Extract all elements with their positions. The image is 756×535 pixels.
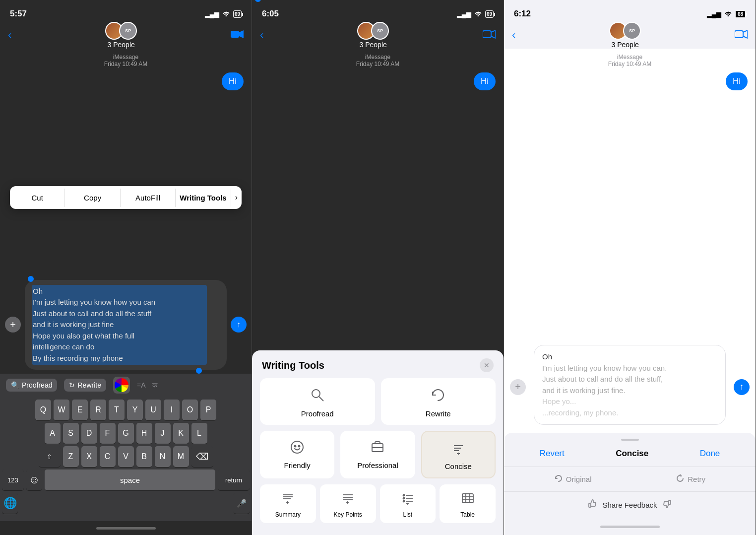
key-f[interactable]: F <box>100 423 116 444</box>
copy-menu-item[interactable]: Copy <box>65 189 120 207</box>
key-q[interactable]: Q <box>35 400 51 420</box>
key-h[interactable]: H <box>136 423 152 444</box>
key-o[interactable]: O <box>182 400 198 420</box>
battery-icon-3: 68 <box>735 10 746 18</box>
wt-table[interactable]: Table <box>440 484 496 523</box>
svg-rect-39 <box>735 31 743 38</box>
original-label: Original <box>566 475 592 483</box>
key-z[interactable]: Z <box>63 446 79 467</box>
key-return[interactable]: return <box>218 469 250 490</box>
toolbar-separator-1: =A <box>137 381 146 389</box>
nav-people-2[interactable]: 3 People <box>360 41 387 49</box>
key-shift[interactable]: ⇧ <box>39 446 61 467</box>
wt-rewrite-icon <box>430 387 446 406</box>
p3-retry-action[interactable]: Retry <box>676 474 705 484</box>
key-s[interactable]: S <box>63 423 79 444</box>
p3-content: iMessage Friday 10:49 AM Hi + Oh I'm jus… <box>504 49 756 518</box>
p3-concise-tab[interactable]: Concise <box>612 447 652 461</box>
svg-rect-42 <box>589 503 591 507</box>
wt-summary-icon <box>281 491 295 508</box>
thumbs-up-icon[interactable] <box>587 499 597 511</box>
nav-people-3[interactable]: 3 People <box>612 41 639 49</box>
key-mic[interactable]: 🎤 <box>234 493 250 514</box>
back-button-2[interactable]: ‹ <box>260 29 263 42</box>
send-button-1[interactable]: ↑ <box>231 317 247 333</box>
wt-proofread-icon <box>310 387 325 406</box>
key-w[interactable]: W <box>54 400 69 420</box>
key-backspace[interactable]: ⌫ <box>191 446 213 467</box>
back-button-1[interactable]: ‹ <box>8 29 11 42</box>
back-button-3[interactable]: ‹ <box>512 29 515 42</box>
nav-people-1[interactable]: 3 People <box>108 41 135 49</box>
wt-rewrite[interactable]: Rewrite <box>381 378 496 425</box>
p3-compose-box[interactable]: Oh I'm just letting you know how you can… <box>534 345 726 425</box>
rewrite-toolbar-btn[interactable]: ↻ Rewrite <box>64 379 106 392</box>
key-b[interactable]: B <box>136 446 152 467</box>
key-l[interactable]: L <box>191 423 207 444</box>
key-space[interactable]: space <box>45 469 215 490</box>
key-k[interactable]: K <box>173 423 189 444</box>
p3-revert-tab[interactable]: Revert <box>536 447 568 461</box>
key-i[interactable]: I <box>164 400 180 420</box>
p3-sheet-handle <box>621 439 639 441</box>
key-c[interactable]: C <box>100 446 116 467</box>
key-e[interactable]: E <box>72 400 88 420</box>
status-bar-1: 5:57 ▂▄▆ 69 <box>0 0 252 24</box>
writing-tools-menu-item[interactable]: Writing Tools <box>176 189 231 207</box>
ai-button-1[interactable] <box>113 377 130 394</box>
video-button-3[interactable] <box>735 29 748 42</box>
key-globe[interactable]: 🌐 <box>2 493 18 514</box>
video-button-1[interactable] <box>231 29 244 42</box>
wt-key-points[interactable]: Key Points <box>320 484 376 523</box>
key-d[interactable]: D <box>81 423 97 444</box>
key-p[interactable]: P <box>200 400 216 420</box>
status-bar-2: 6:05 ▂▄▆ 69 <box>252 0 504 24</box>
video-button-2[interactable] <box>483 29 496 42</box>
wt-proofread[interactable]: Proofread <box>260 378 375 425</box>
time-1: 5:57 <box>10 9 27 19</box>
proofread-toolbar-btn[interactable]: 🔍 Proofread <box>6 379 57 392</box>
wt-friendly-icon <box>290 440 305 458</box>
wt-keypoints-label: Key Points <box>333 511 362 518</box>
key-v[interactable]: V <box>118 446 134 467</box>
key-emoji[interactable]: ☺ <box>26 469 42 490</box>
wt-friendly[interactable]: Friendly <box>260 431 334 478</box>
context-menu-arrow[interactable]: › <box>231 188 242 207</box>
key-t[interactable]: T <box>109 400 125 420</box>
wt-summary[interactable]: Summary <box>260 484 316 523</box>
key-y[interactable]: Y <box>127 400 143 420</box>
status-icons-2: ▂▄▆ 69 <box>457 10 494 18</box>
key-n[interactable]: N <box>155 446 171 467</box>
key-g[interactable]: G <box>118 423 134 444</box>
cut-menu-item[interactable]: Cut <box>10 189 65 207</box>
imessage-date-2: iMessage Friday 10:49 AM <box>252 54 504 67</box>
panel-2: 6:05 ▂▄▆ 69 ‹ SP 3 People <box>252 0 504 535</box>
p3-send-button[interactable]: ↑ <box>734 379 750 395</box>
thumbs-down-icon[interactable] <box>662 499 672 511</box>
wt-list[interactable]: List <box>380 484 436 523</box>
p3-done-tab[interactable]: Done <box>696 447 724 461</box>
avatar-badge-3: SP <box>623 22 641 40</box>
key-r[interactable]: R <box>90 400 106 420</box>
p3-original-action[interactable]: Original <box>554 474 592 484</box>
chat-bubble-3: Hi <box>726 72 748 90</box>
key-row-4: 123 ☺ space return <box>2 469 250 490</box>
battery-icon-2: 69 <box>485 10 494 18</box>
key-123[interactable]: 123 <box>2 469 24 490</box>
key-a[interactable]: A <box>45 423 61 444</box>
key-row-3: ⇧ Z X C V B N M ⌫ <box>2 446 250 467</box>
key-u[interactable]: U <box>145 400 161 420</box>
key-m[interactable]: M <box>173 446 189 467</box>
key-j[interactable]: J <box>155 423 171 444</box>
text-input-1[interactable]: OhI'm just letting you know how you canJ… <box>25 280 227 370</box>
status-icons-3: ▂▄▆ 68 <box>707 10 746 18</box>
wt-concise[interactable]: Concise <box>421 431 496 478</box>
key-x[interactable]: X <box>81 446 97 467</box>
p3-plus-button[interactable]: + <box>510 379 526 395</box>
wt-professional[interactable]: Professional <box>340 431 415 478</box>
plus-button-1[interactable]: + <box>5 317 21 333</box>
sheet-close-button[interactable]: ✕ <box>480 358 494 372</box>
share-feedback-label: Share Feedback <box>602 501 657 509</box>
wt-rewrite-label: Rewrite <box>426 409 451 418</box>
autofill-menu-item[interactable]: AutoFill <box>121 189 176 207</box>
